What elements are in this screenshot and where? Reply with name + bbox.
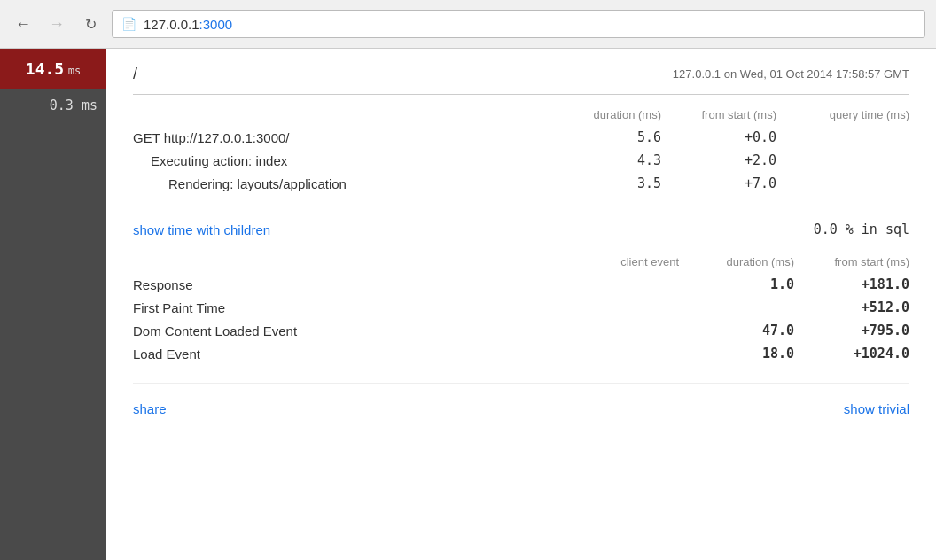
client-label-2: Dom Content Loaded Event	[133, 323, 679, 338]
show-time-link[interactable]: show time with children	[133, 222, 270, 237]
timestamp: 127.0.0.1 on Wed, 01 Oct 2014 17:58:57 G…	[673, 67, 909, 81]
route-label: /	[133, 65, 137, 83]
col-header-duration: duration (ms)	[546, 108, 661, 121]
refresh-button[interactable]: ↻	[78, 12, 103, 36]
row-duration-2: 3.5	[546, 175, 661, 191]
client-label-0: Response	[133, 277, 679, 292]
content-area: / 127.0.0.1 on Wed, 01 Oct 2014 17:58:57…	[106, 49, 936, 560]
client-row-2: Dom Content Loaded Event 47.0 +795.0	[133, 319, 909, 342]
address-host: 127.0.0.1	[144, 17, 199, 32]
secondary-ms-value: 0.3 ms	[50, 97, 98, 113]
server-col-headers: duration (ms) from start (ms) query time…	[133, 108, 909, 126]
col-header-from-start: from start (ms)	[661, 108, 776, 121]
col-header-client-from-start: from start (ms)	[794, 255, 909, 268]
row-duration-0: 5.6	[546, 129, 661, 145]
sql-pct: 0.0 % in sql	[814, 222, 909, 237]
client-from-start-0: +181.0	[794, 276, 909, 292]
server-row-0: GET http://127.0.0.1:3000/ 5.6 +0.0	[133, 126, 909, 149]
server-row-2: Rendering: layouts/application 3.5 +7.0	[133, 172, 909, 195]
sidebar-secondary-metric: 0.3 ms	[0, 89, 106, 122]
primary-ms-value: 14.5	[26, 59, 64, 78]
server-row-1: Executing action: index 4.3 +2.0	[133, 149, 909, 172]
client-duration-2: 47.0	[679, 323, 794, 338]
client-from-start-2: +795.0	[794, 323, 909, 338]
client-from-start-1: +512.0	[794, 299, 909, 315]
row-from-start-2: +7.0	[661, 175, 776, 191]
client-col-headers: client event duration (ms) from start (m…	[133, 255, 909, 273]
page-footer: share show trivial	[133, 383, 909, 425]
page-icon: 📄	[121, 17, 136, 31]
row-label-1: Executing action: index	[133, 153, 546, 168]
client-label-1: First Paint Time	[133, 300, 679, 315]
show-trivial-link[interactable]: show trivial	[844, 401, 909, 416]
address-port: :3000	[199, 17, 233, 32]
client-duration-0: 1.0	[679, 276, 794, 292]
row-label-0: GET http://127.0.0.1:3000/	[133, 130, 546, 145]
row-from-start-1: +2.0	[661, 152, 776, 168]
browser-chrome: ← → ↻ 📄 127.0.0.1:3000	[0, 0, 936, 49]
forward-button[interactable]: →	[44, 12, 69, 36]
address-bar[interactable]: 📄 127.0.0.1:3000	[112, 10, 925, 38]
row-label-2: Rendering: layouts/application	[133, 176, 546, 191]
content-header: / 127.0.0.1 on Wed, 01 Oct 2014 17:58:57…	[133, 49, 909, 95]
back-button[interactable]: ←	[11, 12, 35, 36]
server-table-footer: show time with children 0.0 % in sql	[133, 213, 909, 255]
sidebar: 14.5 ms 0.3 ms	[0, 49, 106, 560]
col-header-query-time: query time (ms)	[776, 108, 909, 121]
row-duration-1: 4.3	[546, 152, 661, 168]
col-header-client-event: client event	[546, 255, 679, 268]
client-duration-3: 18.0	[679, 346, 794, 362]
primary-ms-unit: ms	[68, 65, 81, 77]
col-header-client-duration: duration (ms)	[679, 255, 794, 268]
client-row-3: Load Event 18.0 +1024.0	[133, 342, 909, 365]
client-row-1: First Paint Time +512.0	[133, 296, 909, 319]
main-layout: 14.5 ms 0.3 ms / 127.0.0.1 on Wed, 01 Oc…	[0, 49, 936, 560]
client-row-0: Response 1.0 +181.0	[133, 273, 909, 296]
row-from-start-0: +0.0	[661, 129, 776, 145]
address-text: 127.0.0.1:3000	[144, 17, 232, 32]
server-events-table: duration (ms) from start (ms) query time…	[133, 108, 909, 195]
sidebar-primary-metric: 14.5 ms	[0, 49, 106, 89]
client-events-table: client event duration (ms) from start (m…	[133, 255, 909, 365]
client-from-start-3: +1024.0	[794, 346, 909, 362]
share-link[interactable]: share	[133, 401, 167, 416]
client-label-3: Load Event	[133, 346, 679, 362]
